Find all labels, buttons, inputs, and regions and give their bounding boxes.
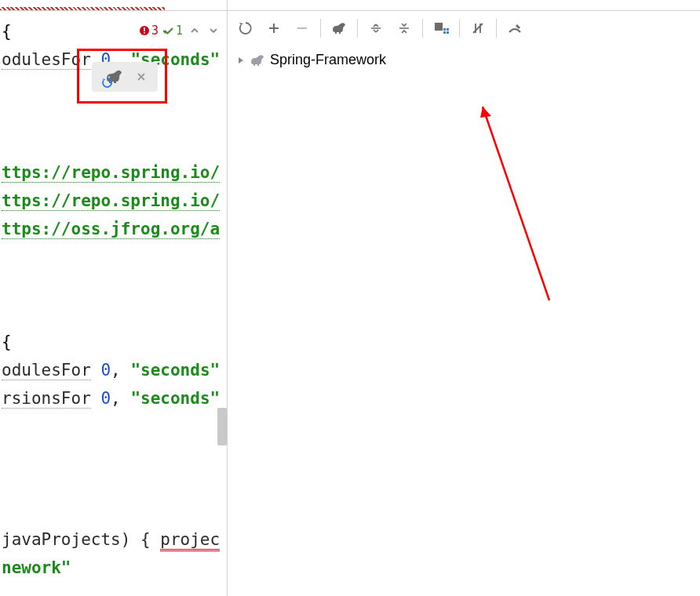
svg-rect-5 <box>443 28 446 31</box>
code-line[interactable]: rsionsFor 0, "seconds" <box>0 384 227 412</box>
collapse-all-button[interactable] <box>391 15 417 42</box>
gradle-project-root[interactable]: Spring-Framework <box>234 50 694 70</box>
svg-rect-6 <box>447 28 449 31</box>
code-line[interactable]: ttps://oss.jfrog.org/a <box>0 215 227 243</box>
code-line[interactable] <box>0 130 227 158</box>
annotation-arrow <box>463 93 620 328</box>
code-line[interactable] <box>0 412 227 441</box>
code-line[interactable] <box>0 271 227 300</box>
gradle-settings-button[interactable] <box>501 15 528 42</box>
expand-chevron-icon[interactable] <box>237 56 246 64</box>
reload-button[interactable] <box>232 15 259 42</box>
code-line[interactable]: ttps://repo.spring.io/ <box>0 158 227 187</box>
svg-rect-7 <box>443 31 446 34</box>
add-button[interactable] <box>261 15 287 42</box>
code-line[interactable] <box>0 441 227 469</box>
code-line[interactable]: { <box>0 17 227 45</box>
toolbar-separator <box>320 19 321 38</box>
svg-line-9 <box>483 107 549 300</box>
code-line[interactable]: javaProjects) { projec <box>0 525 227 554</box>
gradle-icon <box>250 54 267 67</box>
toolbar-separator <box>422 19 423 38</box>
remove-button <box>289 15 315 42</box>
code-line[interactable]: ttps://repo.spring.io/ <box>0 187 227 215</box>
code-line[interactable] <box>0 469 227 497</box>
gradle-reload-popup <box>92 62 158 92</box>
code-line[interactable]: { <box>0 328 227 356</box>
gradle-header: — <box>228 0 700 11</box>
code-line[interactable] <box>0 300 227 328</box>
popup-close-button[interactable] <box>136 71 147 82</box>
gradle-reload-button[interactable] <box>104 67 122 86</box>
code-line[interactable]: nework" <box>0 554 227 582</box>
code-line[interactable] <box>0 243 227 271</box>
gradle-project-tree[interactable]: Spring-Framework <box>228 45 700 596</box>
error-squiggle <box>0 7 165 10</box>
gradle-project-name: Spring-Framework <box>270 52 386 68</box>
svg-rect-4 <box>435 23 443 31</box>
code-line[interactable] <box>0 102 227 130</box>
editor-pane: 3 1 {odulesFor 0, "seconds" ttps://repo.… <box>0 0 228 596</box>
code-line[interactable] <box>0 497 227 525</box>
toolbar-separator <box>496 19 497 38</box>
toolbar-separator <box>459 19 460 38</box>
execute-gradle-task-button[interactable] <box>326 15 352 42</box>
svg-marker-10 <box>480 107 491 118</box>
gradle-toolbar <box>228 11 700 45</box>
svg-rect-8 <box>447 31 449 34</box>
code-line[interactable]: odulesFor 0, "seconds" <box>0 356 227 384</box>
gradle-tool-window: — <box>228 0 700 596</box>
editor-tab-strip <box>0 0 227 11</box>
toggle-offline-button[interactable] <box>465 15 491 42</box>
code-editor[interactable]: {odulesFor 0, "seconds" ttps://repo.spri… <box>0 17 227 596</box>
expand-all-button[interactable] <box>363 15 389 42</box>
minimize-icon[interactable]: — <box>688 0 697 5</box>
editor-scrollbar-thumb[interactable] <box>217 408 227 445</box>
show-dependencies-button[interactable] <box>428 15 454 42</box>
toolbar-separator <box>357 19 358 38</box>
